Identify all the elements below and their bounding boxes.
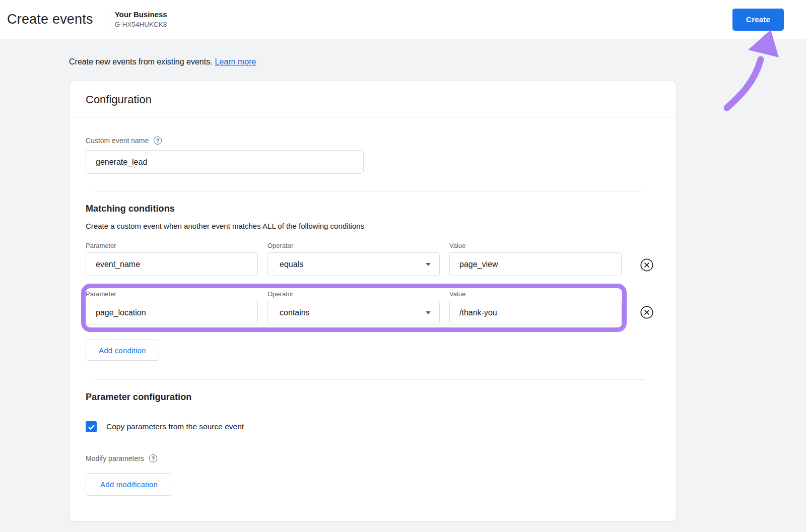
header: Create events Your Business G-HX54HUKCK8… <box>0 0 806 39</box>
copy-parameters-row[interactable]: Copy parameters from the source event <box>86 421 660 432</box>
matching-conditions-description: Create a custom event when another event… <box>86 222 660 230</box>
value-field-group: Value <box>449 290 622 324</box>
intro-text: Create new events from existing events.L… <box>69 39 806 66</box>
parameter-field-group: Parameter <box>86 242 258 276</box>
help-icon[interactable]: ? <box>149 454 157 462</box>
dropdown-arrow-icon <box>426 311 431 314</box>
value-column-label: Value <box>449 242 622 249</box>
section-divider <box>94 379 645 380</box>
condition-2-remove-button[interactable] <box>640 305 654 319</box>
card-body: Custom event name ? Matching conditions … <box>70 137 676 521</box>
property-name: Your Business <box>115 10 167 20</box>
copy-parameters-label: Copy parameters from the source event <box>106 422 244 431</box>
add-condition-button[interactable]: Add condition <box>86 340 159 361</box>
operator-field-group: Operator contains <box>267 290 440 324</box>
create-button[interactable]: Create <box>732 9 784 31</box>
header-vertical-divider <box>109 8 109 31</box>
custom-event-name-label-row: Custom event name ? <box>86 137 660 145</box>
operator-column-label: Operator <box>267 242 440 249</box>
condition-2-operator-value: contains <box>280 308 310 317</box>
matching-conditions-heading: Matching conditions <box>86 204 660 214</box>
remove-circle-icon <box>640 258 654 272</box>
learn-more-link[interactable]: Learn more <box>215 57 256 66</box>
operator-column-label: Operator <box>267 290 440 298</box>
value-column-label: Value <box>449 290 622 298</box>
card-title-divider <box>70 117 676 117</box>
condition-1-operator-value: equals <box>280 260 303 269</box>
value-field-group: Value <box>449 242 622 276</box>
property-info: Your Business G-HX54HUKCK8 <box>115 10 167 29</box>
custom-event-name-label: Custom event name <box>86 137 149 145</box>
condition-2-value-input[interactable] <box>449 301 622 324</box>
condition-1-parameter-input[interactable] <box>86 252 258 276</box>
condition-2-parameter-input[interactable] <box>86 301 258 324</box>
custom-event-name-input[interactable] <box>86 150 364 174</box>
property-id: G-HX54HUKCK8 <box>115 20 167 29</box>
condition-1-operator-select[interactable]: equals <box>267 252 440 276</box>
add-modification-button[interactable]: Add modification <box>86 473 172 496</box>
remove-circle-icon <box>640 305 654 319</box>
operator-field-group: Operator equals <box>267 242 440 276</box>
parameter-configuration-heading: Parameter configuration <box>86 392 660 403</box>
parameter-field-group: Parameter <box>86 290 258 324</box>
parameter-column-label: Parameter <box>86 242 258 249</box>
condition-row-2-fields: Parameter Operator contains <box>86 290 622 324</box>
main-content: Create new events from existing events.L… <box>0 39 806 521</box>
condition-row-1: Parameter Operator equals Value <box>86 242 660 276</box>
highlight-annotation-ring: Parameter Operator contains <box>81 284 627 332</box>
condition-1-remove-button[interactable] <box>640 258 654 272</box>
help-icon[interactable]: ? <box>154 137 162 145</box>
section-divider <box>94 191 645 191</box>
intro-text-label: Create new events from existing events. <box>69 57 213 66</box>
configuration-title: Configuration <box>70 81 676 117</box>
condition-2-operator-select[interactable]: contains <box>267 301 440 324</box>
configuration-card: Configuration Custom event name ? Matchi… <box>69 81 677 521</box>
dropdown-arrow-icon <box>426 263 431 266</box>
checkmark-icon <box>87 423 96 431</box>
parameter-column-label: Parameter <box>86 290 258 298</box>
condition-row-2: Parameter Operator contains <box>86 284 660 332</box>
modify-parameters-label-row: Modify parameters ? <box>86 454 660 462</box>
condition-1-value-input[interactable] <box>449 252 622 276</box>
copy-parameters-checkbox[interactable] <box>86 421 97 432</box>
modify-parameters-label: Modify parameters <box>86 454 144 462</box>
page-title: Create events <box>7 12 93 27</box>
page: Create events Your Business G-HX54HUKCK8… <box>0 0 806 532</box>
condition-row-1-fields: Parameter Operator equals Value <box>86 242 660 276</box>
